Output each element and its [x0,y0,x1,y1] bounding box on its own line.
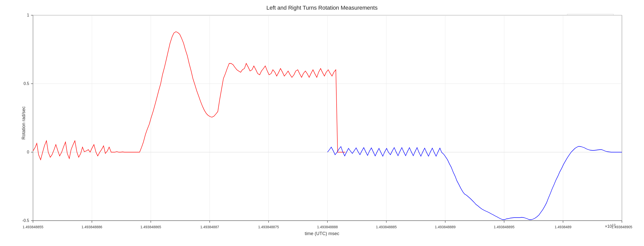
x-tick-4: 1.493848875 [258,225,279,229]
x-tick-1: 1.493848886 [81,225,102,229]
x-tick-0: 1.493848855 [23,225,43,229]
y-tick-neg0.5: -0.5 [22,218,29,223]
x-tick-9: 1.4938489 [555,225,571,229]
x-tick-6: 1.493848885 [376,225,397,229]
x-tick-10: 1.493848905 [612,225,632,229]
y-tick-0.5: 0.5 [24,81,29,86]
x-tick-8: 1.493848895 [494,225,515,229]
chart-svg: 1 0.5 0 -0.5 1.493848855 1.493848886 1.4… [0,0,644,246]
y-tick-0: 0 [27,150,29,154]
y-tick-1: 1 [27,13,29,17]
x-tick-2: 1.493848865 [140,225,161,229]
x-tick-5: 1.493848888 [317,225,338,229]
chart-container: Left and Right Turns Rotation Measuremen… [0,0,644,246]
x-tick-7: 1.493848889 [435,225,456,229]
x-tick-3: 1.49384887 [200,225,219,229]
